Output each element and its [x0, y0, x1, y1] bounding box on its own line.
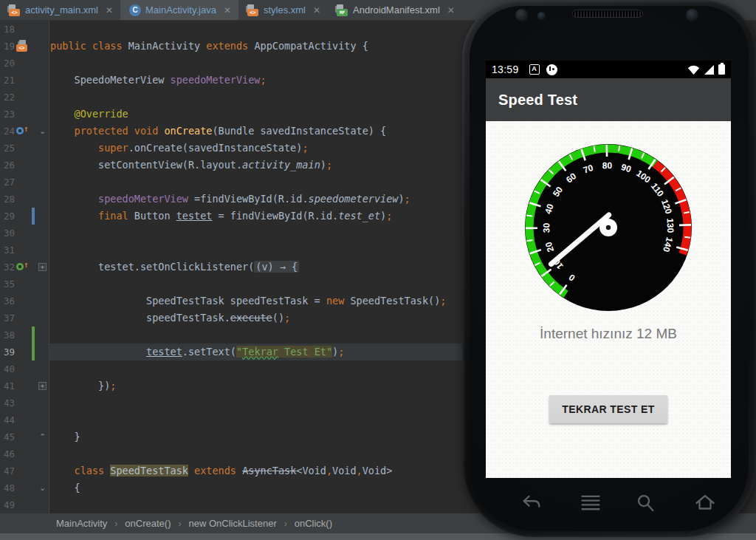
overrides-method-icon[interactable]: ↑ [16, 125, 30, 137]
speed-result-text: İnternet hızınız 12 MB [486, 326, 731, 342]
line-number: 20 [1, 55, 15, 72]
gauge-label: 130 [664, 218, 676, 233]
tekrar-test-button[interactable]: TEKRAR TEST ET [549, 395, 667, 423]
fold-marker-icon[interactable]: ⌄ [38, 479, 47, 496]
speaker-grille-icon [572, 10, 643, 18]
screenshot-root: <> activity_main.xml ✕ C MainActivity.ja… [0, 0, 756, 540]
close-icon[interactable]: ✕ [106, 5, 113, 16]
menu-button[interactable] [580, 493, 602, 516]
layout-xml-icon: <> [247, 4, 259, 16]
line-number: 26 [1, 157, 15, 174]
code-text: public class MainActivity extends AppCom… [50, 38, 368, 55]
implements-method-icon[interactable]: ↑ [16, 261, 30, 273]
gauge-tick [619, 146, 619, 151]
code-text: SpeedoMeterView speedoMeterView; [50, 72, 267, 89]
manifest-icon: MF [337, 4, 348, 16]
line-number: 30 [1, 225, 15, 242]
android-status-bar: 13:59 A [486, 61, 731, 78]
line-number: 46 [1, 445, 15, 462]
line-number: 48 [1, 479, 15, 496]
line-number: 49 [1, 496, 15, 513]
android-emulator-phone: 13:59 A Speed Test 010203040506070809010… [462, 0, 756, 540]
signal-icon [704, 64, 715, 75]
breadcrumb-item[interactable]: MainActivity [56, 518, 107, 529]
breadcrumb-separator: › [284, 519, 287, 529]
line-number: 44 [1, 411, 15, 428]
line-number: 45 [1, 428, 15, 445]
code-text: protected void onCreate(Bundle savedInst… [50, 123, 386, 140]
gauge-hub-dot [606, 225, 611, 230]
phone-nav-buttons [486, 491, 731, 520]
back-button[interactable] [520, 493, 543, 516]
front-camera-icon [515, 9, 528, 21]
code-text: } [50, 428, 80, 445]
fold-marker-icon[interactable]: + [38, 382, 47, 390]
line-number: 23 [1, 106, 15, 123]
wifi-icon [687, 64, 700, 75]
code-text: speedTestTask.execute(); [50, 310, 290, 327]
vcs-change-marker [32, 327, 35, 344]
line-number: 22 [1, 89, 15, 106]
fold-marker-icon[interactable]: ⌄ [38, 123, 47, 140]
line-number: 38 [1, 327, 15, 344]
keyboard-a-icon: A [529, 64, 540, 75]
close-icon[interactable]: ✕ [313, 5, 320, 16]
tab-label: AndroidManifest.xml [353, 4, 440, 16]
java-class-icon: C [129, 4, 141, 16]
fold-marker-icon[interactable]: + [38, 263, 47, 271]
code-text: setContentView(R.layout.activity_main); [50, 157, 332, 174]
vcs-change-marker [32, 344, 35, 360]
tab-activity-main-xml[interactable]: <> activity_main.xml ✕ [0, 0, 120, 20]
code-text: speedoMeterView =findViewById(R.id.speed… [50, 191, 410, 208]
breadcrumb-item[interactable]: new OnClickListener [189, 518, 277, 529]
code-text: super.onCreate(savedInstanceState); [50, 140, 309, 157]
code-text: class SpeedTestTask extends AsyncTask<Vo… [50, 462, 392, 479]
breadcrumb-item[interactable]: onCreate() [125, 518, 171, 529]
line-number: 32 [1, 259, 15, 276]
code-text: final Button testet = findViewById(R.id.… [50, 208, 392, 225]
fold-marker-icon[interactable]: ⌃ [38, 428, 47, 445]
layout-xml-icon: <> [9, 4, 21, 16]
line-number: 19 [1, 38, 15, 55]
line-number: 24 [1, 123, 15, 140]
phone-screen: 13:59 A Speed Test 010203040506070809010… [486, 61, 731, 478]
tab-mainactivity-java[interactable]: C MainActivity.java ✕ [120, 0, 238, 20]
vcs-change-marker [32, 208, 35, 225]
line-number: 21 [1, 72, 15, 89]
code-text: { [50, 479, 80, 496]
home-button[interactable] [694, 493, 716, 516]
close-icon[interactable]: ✕ [447, 5, 455, 16]
line-number: 31 [1, 242, 15, 259]
line-number: 39 [1, 344, 15, 360]
clock-text: 13:59 [492, 64, 519, 75]
app-action-bar: Speed Test [486, 78, 731, 121]
breadcrumb-separator: › [114, 519, 117, 529]
code-text: testet.setOnClickListener((v) → { [50, 259, 299, 276]
code-text: @Override [50, 106, 128, 123]
sensor-icon [537, 12, 546, 20]
battery-icon [718, 64, 725, 75]
tab-label: activity_main.xml [25, 4, 98, 16]
gauge-tick [526, 240, 532, 241]
code-text: }); [50, 377, 116, 394]
line-number: 37 [1, 310, 15, 327]
speedometer-gauge: 0102030405060708090100110120130140 [519, 134, 698, 320]
line-number: 36 [1, 293, 15, 310]
tab-styles-xml[interactable]: <> styles.xml ✕ [238, 0, 328, 20]
gauge-label: 80 [602, 160, 613, 171]
line-number: 28 [1, 191, 15, 208]
tab-androidmanifest-xml[interactable]: MF AndroidManifest.xml ✕ [328, 0, 462, 20]
close-icon[interactable]: ✕ [224, 5, 231, 16]
search-button[interactable] [636, 493, 658, 516]
line-number: 47 [1, 462, 15, 479]
breadcrumb-separator: › [179, 519, 182, 529]
gauge-tick [679, 225, 691, 225]
related-layout-file-icon[interactable]: <> [16, 40, 30, 52]
line-number: 29 [1, 208, 15, 225]
breadcrumb-item[interactable]: onClick() [295, 518, 332, 529]
line-number: 18 [1, 21, 15, 38]
gauge-tick [594, 146, 594, 152]
gauge-tick [526, 215, 532, 216]
line-number: 35 [1, 276, 15, 293]
code-text: SpeedTestTask speedTestTask = new SpeedT… [50, 293, 446, 310]
